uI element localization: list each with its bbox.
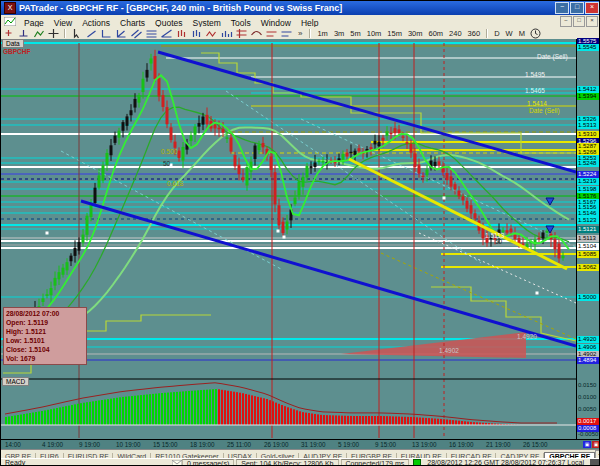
status-clock: 28/08/2012 12:26 GMT 28/08/2012 07:26:37… [423, 459, 588, 466]
status-bar-icon [590, 459, 600, 466]
axis-price-label: -0.0050 [577, 431, 600, 438]
crosshair-icon[interactable] [47, 28, 60, 39]
fib-retracement-icon[interactable] [145, 28, 158, 39]
ohlc-info-line: Close: 1.5104 [6, 345, 84, 354]
channel-icon[interactable] [130, 28, 143, 39]
timeframe-1m[interactable]: 1m [314, 29, 330, 38]
close-button[interactable]: × [585, 2, 599, 14]
timeframe-60m[interactable]: 60m [426, 29, 447, 38]
timeframe-30m[interactable]: 30m [405, 29, 426, 38]
cursor-icon[interactable] [70, 28, 83, 39]
axis-price-label: 1.5062 [577, 264, 600, 271]
timeframe-240[interactable]: 240 [446, 29, 465, 38]
ohlc-info-line: 28/08/2012 07:00 [6, 309, 84, 318]
angle-line-icon[interactable] [115, 28, 128, 39]
price-axis: 1.55751.55451.54121.53941.53261.53131.53… [576, 39, 600, 439]
axis-price-label: 1.5085 [577, 251, 600, 258]
app-icon: X [4, 2, 16, 14]
status-ready: Ready [1, 459, 170, 466]
axis-price-label: 1.5219 [577, 178, 600, 185]
axis-price-label: 1.4894 [577, 357, 600, 364]
connect-icon[interactable] [2, 28, 15, 39]
chart-mode-icon[interactable] [32, 28, 45, 39]
mdi-restore-button[interactable]: □ [573, 16, 585, 27]
vh-line-icon[interactable] [100, 28, 113, 39]
zigzag-icon[interactable] [205, 28, 218, 39]
axis-price-label: 1.5545 [577, 44, 600, 51]
ohlc-info-line: Low: 1.5101 [6, 336, 84, 345]
ohlc-info-line: High: 1.5121 [6, 327, 84, 336]
mdi-minimize-button[interactable]: − [560, 16, 572, 27]
status-messages: 0 message(s) [182, 459, 234, 466]
contract-label: GBPCHF [3, 48, 30, 55]
axis-price-label: 1.5146 [577, 210, 600, 217]
tab-macd[interactable]: MACD [2, 377, 29, 386]
restore-button[interactable]: □ [570, 2, 584, 14]
chart-canvas[interactable] [1, 39, 576, 439]
axis-price-label: 1.5313 [577, 122, 600, 129]
axis-price-label: 0.0017 [577, 418, 600, 425]
axis-price-label: 1.5248 [577, 160, 600, 167]
ohlc-info-box: 28/08/2012 07:00Open: 1.5119High: 1.5121… [3, 307, 87, 365]
levels-blue-icon[interactable] [280, 28, 293, 39]
period-D[interactable]: D [491, 29, 502, 38]
axis-price-label: 1.5113 [577, 235, 600, 242]
application-window: X PATrader - GBPCHF RF - [GBPCHF, 240 mi… [0, 0, 600, 466]
axis-price-label: 1.5412 [577, 86, 600, 93]
ohlc-info-line: Vol: 1679 [6, 354, 84, 363]
chart-zone: 1.55751.55451.54121.53941.53261.53131.53… [1, 39, 600, 439]
axis-price-label: 0.0100 [577, 394, 600, 401]
timeframe-360[interactable]: 360 [465, 29, 484, 38]
timeframe-5m[interactable]: 5m [347, 29, 363, 38]
levels-red-icon[interactable] [265, 28, 278, 39]
connection-status-icon [413, 459, 421, 466]
bars-blue-icon[interactable] [190, 28, 203, 39]
timeframe-3m[interactable]: 3m [331, 29, 347, 38]
axis-price-label: 0.0150 [577, 382, 600, 389]
clock-icon[interactable] [529, 28, 542, 39]
fib-fan-icon[interactable] [160, 28, 173, 39]
trendline-icon[interactable] [85, 28, 98, 39]
axis-price-label: 1.5224 [577, 171, 600, 178]
status-connection: Connected/179 ms [341, 459, 410, 466]
bars-red-icon[interactable] [175, 28, 188, 39]
timeframe-10m[interactable]: 10m [364, 29, 385, 38]
disconnect-icon[interactable] [17, 28, 30, 39]
chart-page-icon [4, 17, 16, 26]
tab-data[interactable]: Data [2, 39, 24, 48]
period-W[interactable]: W [503, 29, 516, 38]
axis-price-label: 1.5198 [577, 186, 600, 193]
axis-price-label: 1.5394 [577, 93, 600, 100]
axis-price-label: 1.4920 [577, 336, 600, 343]
axis-price-label: 1.5123 [577, 217, 600, 224]
axis-price-label: 1.5104 [577, 243, 600, 250]
indicator-icon[interactable] [250, 28, 263, 39]
instrument-tab-bar: GBP RFEUR6EURUSD RFWildCardRF1010 Gateke… [1, 449, 600, 458]
axis-price-label: 1.4906 [577, 344, 600, 351]
volume-icon[interactable] [220, 28, 233, 39]
axis-price-label: 1.5000 [577, 294, 600, 301]
axis-price-label: 0.0050 [577, 406, 600, 413]
mdi-close-button[interactable]: × [586, 16, 598, 27]
axis-price-label: 1.5121 [577, 226, 600, 233]
status-bar: Ready 0 message(s) Sent: 104 Kb/Recv: 12… [1, 458, 600, 466]
axis-price-label: 1.5310 [577, 131, 600, 138]
toolbar-more-button[interactable]: » [294, 29, 306, 38]
minimize-button[interactable]: − [555, 2, 569, 14]
period-M[interactable]: M [516, 29, 528, 38]
ohlc-info-line: Open: 1.5119 [6, 318, 84, 327]
timeframe-15m[interactable]: 15m [384, 29, 405, 38]
status-traffic: Sent: 104 Kb/Recv: 12806 Kb [236, 459, 338, 466]
envelope-icon [172, 460, 182, 466]
grid-red-icon[interactable] [235, 28, 248, 39]
